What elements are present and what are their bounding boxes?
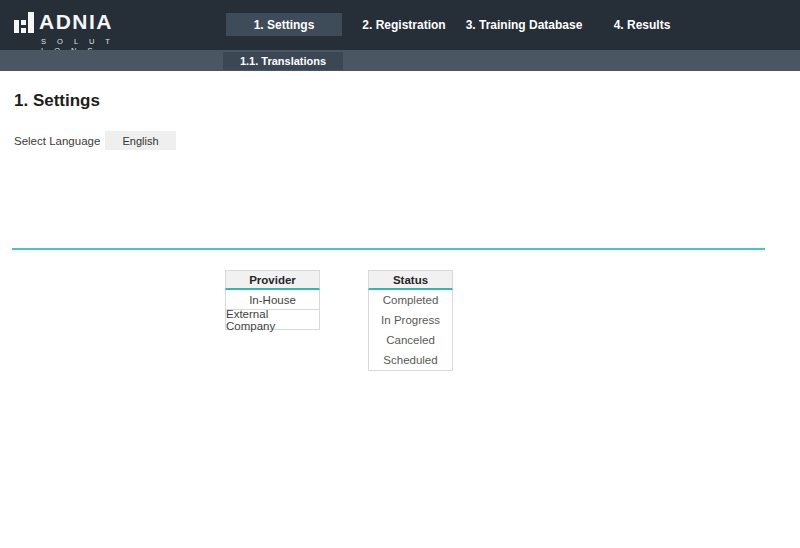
app-header: ADNIA S O L U T I O N S 1. Settings 2. R… [0, 0, 800, 50]
tab-registration[interactable]: 2. Registration [348, 13, 460, 36]
table-row: Canceled [369, 330, 452, 350]
table-row: Completed [369, 290, 452, 310]
provider-table: Provider In-House External Company [225, 270, 320, 330]
language-select[interactable]: English [105, 131, 176, 150]
subnav-bar: 1.1. Translations [0, 50, 800, 71]
logo-row: ADNIA [14, 11, 124, 33]
status-table-header: Status [368, 270, 453, 290]
provider-table-header: Provider [225, 270, 320, 290]
brand-logo: ADNIA S O L U T I O N S [14, 11, 124, 43]
brand-name: ADNIA [39, 11, 113, 33]
teal-divider [12, 248, 765, 250]
subtab-translations[interactable]: 1.1. Translations [223, 52, 343, 70]
status-table: Status Completed In Progress Canceled Sc… [368, 270, 453, 371]
tab-training-database[interactable]: 3. Training Database [462, 13, 586, 36]
bar-chart-logo-icon [14, 11, 34, 33]
select-language-label: Select Language [14, 135, 100, 147]
status-table-body: Completed In Progress Canceled Scheduled [368, 290, 453, 371]
table-row: External Company [225, 310, 320, 330]
table-row: In Progress [369, 310, 452, 330]
tab-settings[interactable]: 1. Settings [226, 13, 342, 36]
page-title: 1. Settings [14, 91, 100, 111]
table-row: Scheduled [369, 350, 452, 370]
tab-results[interactable]: 4. Results [600, 13, 684, 36]
